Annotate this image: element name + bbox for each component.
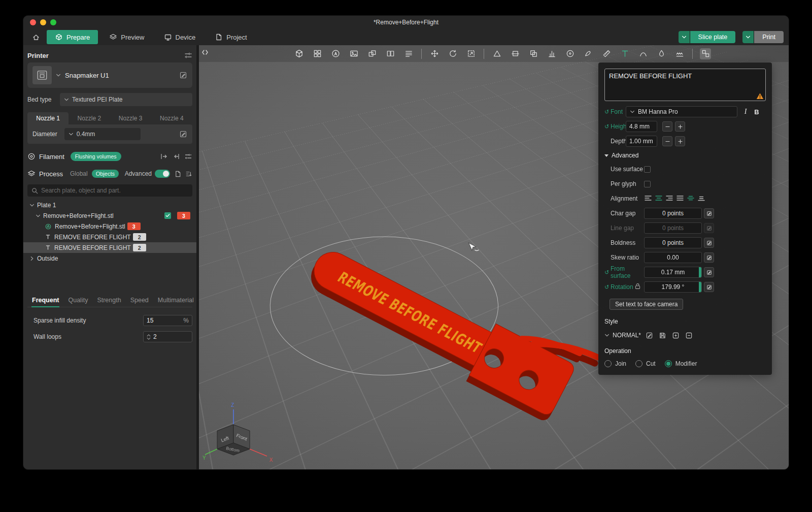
add-style-icon[interactable] <box>670 330 681 340</box>
height-plus-button[interactable] <box>675 121 685 132</box>
model-remove-before-flight[interactable]: REMOVE BEFORE FLIGHT <box>299 221 598 430</box>
align-center-icon[interactable] <box>655 194 663 204</box>
tab-strength[interactable]: Strength <box>92 297 125 307</box>
depth-minus-button[interactable] <box>662 136 672 146</box>
tree-row-plate[interactable]: Plate 1 <box>23 200 196 210</box>
edit-style-icon[interactable] <box>644 330 654 340</box>
tab-nozzle-3[interactable]: Nozzle 3 <box>110 112 151 124</box>
filament-load-icon[interactable] <box>160 152 168 161</box>
align-left-icon[interactable] <box>644 194 652 204</box>
depth-input[interactable]: 1.00 mm <box>626 136 657 147</box>
slice-plate-button[interactable]: Slice plate <box>690 31 736 43</box>
set-text-face-camera-button[interactable]: Set text to face camera <box>610 299 683 310</box>
tab-frequent[interactable]: Frequent <box>27 297 63 307</box>
align-bottom-icon[interactable] <box>697 194 705 204</box>
sort-icon[interactable] <box>185 170 192 178</box>
use-surface-checkbox[interactable] <box>644 166 651 173</box>
filament-unload-icon[interactable] <box>172 152 180 161</box>
from-surface-input[interactable]: 0.17 mm <box>644 267 702 278</box>
bold-button[interactable]: B <box>752 107 762 117</box>
tab-device[interactable]: Device <box>156 30 204 44</box>
tree-row-object[interactable]: Remove+Before+Flight.stl 3 <box>23 210 196 221</box>
tab-multimaterial[interactable]: Multimaterial <box>153 297 198 307</box>
boldness-input[interactable]: 0 points <box>644 237 702 248</box>
preview-icon <box>109 33 117 41</box>
filament-settings-icon[interactable] <box>184 152 192 161</box>
tab-preview[interactable]: Preview <box>101 30 152 44</box>
preset-list-icon[interactable] <box>174 170 182 178</box>
tree-row-text[interactable]: REMOVE BEFORE FLIGHT 2 <box>23 232 196 242</box>
edit-diameter-icon[interactable] <box>179 130 187 138</box>
advanced-section-toggle[interactable]: Advanced <box>604 150 766 161</box>
operation-cut-radio[interactable]: Cut <box>635 360 656 367</box>
drag-handle[interactable] <box>699 267 701 277</box>
home-button[interactable] <box>28 30 44 44</box>
scope-global-button[interactable]: Global <box>70 170 88 177</box>
tree-row-part[interactable]: Remove+Before+Flight.stl 3 <box>23 221 196 232</box>
drag-handle[interactable] <box>699 282 701 292</box>
print-button[interactable]: Print <box>754 31 784 43</box>
edit-printer-icon[interactable] <box>179 71 187 79</box>
printer-settings-icon[interactable] <box>184 51 192 59</box>
edit-boldness-icon[interactable] <box>704 238 714 248</box>
advanced-toggle[interactable] <box>155 170 170 178</box>
reset-font-icon[interactable]: ↺ <box>604 109 609 115</box>
height-input[interactable]: 4.8 mm <box>626 121 657 132</box>
align-right-icon[interactable] <box>665 194 673 204</box>
minimize-window-button[interactable] <box>40 19 46 25</box>
skew-ratio-input[interactable]: 0.00 <box>644 252 702 263</box>
edit-skew-icon[interactable] <box>704 252 714 263</box>
height-minus-button[interactable] <box>662 121 672 132</box>
text-content-input[interactable]: REMOVE BEFORE FLIGHT <box>604 69 766 101</box>
depth-plus-button[interactable] <box>675 136 685 146</box>
reset-from-surface-icon[interactable]: ↺ <box>604 270 609 275</box>
tree-row-text-selected[interactable]: REMOVE BEFORE FLIGHT 2 <box>23 242 196 253</box>
slice-options-dropdown[interactable] <box>679 31 690 43</box>
reset-rotation-icon[interactable]: ↺ <box>604 284 609 290</box>
reset-height-icon[interactable]: ↺ <box>604 124 609 130</box>
lock-icon[interactable] <box>634 283 641 291</box>
sparse-infill-value: 15 <box>147 317 153 324</box>
project-icon <box>215 33 223 41</box>
operation-join-radio[interactable]: Join <box>604 360 626 367</box>
italic-button[interactable]: I <box>740 107 751 117</box>
rotation-input[interactable]: 179.99 ° <box>644 281 702 293</box>
printer-card[interactable]: Snapmaker U1 <box>27 62 192 88</box>
scope-objects-button[interactable]: Objects <box>92 170 119 178</box>
tab-speed[interactable]: Speed <box>126 297 153 307</box>
print-options-dropdown[interactable] <box>742 31 754 43</box>
diameter-select[interactable]: 0.4mm <box>64 128 141 140</box>
font-select[interactable]: BM Hanna Pro <box>626 106 737 117</box>
style-select[interactable]: NORMAL* <box>613 332 641 339</box>
edit-char-gap-icon[interactable] <box>704 208 714 218</box>
3d-viewport[interactable]: REMOVE BEFORE FLIGHT Z Left <box>199 45 789 469</box>
sparse-infill-input[interactable]: 15 % <box>143 315 192 326</box>
operation-label: Modifier <box>675 360 697 367</box>
wall-loops-input[interactable]: 2 <box>143 331 192 342</box>
tab-nozzle-2[interactable]: Nozzle 2 <box>69 112 110 124</box>
close-window-button[interactable] <box>30 19 36 25</box>
operation-modifier-radio[interactable]: Modifier <box>665 360 697 367</box>
flushing-volumes-button[interactable]: Flushing volumes <box>71 152 121 161</box>
navigation-cube[interactable]: Z Left Front Bottom Y X <box>202 400 278 466</box>
char-gap-input[interactable]: 0 points <box>644 208 702 219</box>
tab-project[interactable]: Project <box>207 30 255 44</box>
stepper-icon[interactable] <box>147 334 151 340</box>
per-glyph-checkbox[interactable] <box>644 181 651 187</box>
edit-rotation-icon[interactable] <box>704 282 714 292</box>
save-style-icon[interactable] <box>657 330 667 340</box>
edit-from-surface-icon[interactable] <box>704 267 714 277</box>
delete-style-icon[interactable] <box>684 330 694 340</box>
tab-nozzle-4[interactable]: Nozzle 4 <box>151 112 192 124</box>
search-input[interactable]: Search plate, object and part. <box>27 184 192 197</box>
chevron-down-icon <box>604 333 610 338</box>
visibility-checkbox[interactable] <box>164 212 171 219</box>
zoom-window-button[interactable] <box>50 19 56 25</box>
tab-nozzle-1[interactable]: Nozzle 1 <box>27 112 69 124</box>
tree-row-outside[interactable]: Outside <box>23 253 196 264</box>
tab-prepare[interactable]: Prepare <box>47 30 98 44</box>
align-middle-icon[interactable] <box>687 194 695 204</box>
tab-quality[interactable]: Quality <box>63 297 92 307</box>
bed-type-select[interactable]: Textured PEI Plate <box>60 93 192 106</box>
align-justify-icon[interactable] <box>676 194 684 204</box>
